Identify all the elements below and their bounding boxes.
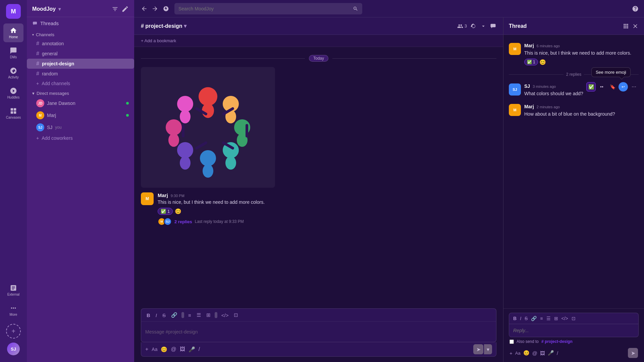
- headphones-icon[interactable]: [470, 23, 477, 29]
- send-button[interactable]: ➤: [473, 344, 483, 354]
- add-bookmark-button[interactable]: + Add a bookmark: [141, 38, 176, 43]
- thread-table-button[interactable]: ⊞: [553, 315, 559, 322]
- table-button[interactable]: ⊞: [205, 311, 212, 319]
- dm-section-header[interactable]: ▾ Direct messages: [27, 88, 134, 97]
- members-badge[interactable]: 3: [457, 23, 467, 29]
- help-icon[interactable]: [632, 5, 639, 12]
- chevron-down-icon[interactable]: [480, 23, 486, 29]
- bookmark-bar: + Add a bookmark: [134, 35, 503, 47]
- channel-name[interactable]: # project-design ▾: [141, 23, 186, 29]
- emoji-button[interactable]: 😊: [161, 346, 167, 353]
- replies-row[interactable]: M SJ 2 replies Last reply today at 9:33 …: [158, 218, 496, 226]
- add-reaction-button[interactable]: 😊: [175, 208, 181, 215]
- dm-sj[interactable]: SJ SJ you: [27, 121, 134, 133]
- channels-category[interactable]: ▾ Channels: [27, 29, 134, 39]
- dm-marj[interactable]: M Marj: [27, 109, 134, 121]
- expand-icon[interactable]: [623, 23, 629, 29]
- block-button[interactable]: ⊡: [232, 311, 239, 319]
- thread-bold-button[interactable]: B: [513, 315, 517, 322]
- close-thread-icon[interactable]: [632, 23, 639, 29]
- sidebar-item-canvases[interactable]: Canvases: [3, 104, 23, 123]
- strikethrough-button[interactable]: S: [161, 312, 167, 319]
- msg-time: 9:30 PM: [171, 194, 184, 198]
- back-button[interactable]: [140, 4, 149, 13]
- thread-link-button[interactable]: 🔗: [530, 315, 537, 322]
- mic-button[interactable]: 🎤: [189, 346, 195, 353]
- date-badge[interactable]: Today: [309, 55, 328, 62]
- thread-ol-button[interactable]: ≡: [539, 315, 543, 322]
- thread-mic-btn[interactable]: 🎤: [548, 350, 554, 356]
- thread-avatar-sj: SJ: [509, 83, 521, 96]
- composer-right-actions: ➤ ▾: [473, 344, 492, 354]
- divider: [181, 312, 184, 318]
- sidebar-header: MoodJoy ▾: [27, 0, 134, 17]
- history-button[interactable]: [161, 4, 170, 13]
- thread-slash-btn[interactable]: /: [557, 350, 558, 356]
- workspace-name[interactable]: MoodJoy ▾: [32, 6, 61, 12]
- thread-mention-btn[interactable]: @: [532, 350, 537, 356]
- overflow-btn[interactable]: ⋯: [629, 82, 639, 92]
- sidebar-item-home[interactable]: Home: [3, 23, 23, 42]
- sidebar-item-huddles[interactable]: Huddles: [3, 84, 23, 103]
- thread-add-btn[interactable]: +: [509, 350, 513, 356]
- font-button[interactable]: Aa: [152, 347, 157, 352]
- add-workspace-button[interactable]: +: [6, 324, 21, 339]
- more-reactions-btn[interactable]: ••: [597, 82, 606, 92]
- channel-annotation[interactable]: # annotation: [27, 39, 134, 49]
- channel-random[interactable]: # random: [27, 69, 134, 79]
- search-bar[interactable]: [174, 3, 362, 14]
- user-avatar-icon[interactable]: SJ: [7, 343, 20, 355]
- send-dropdown-button[interactable]: ▾: [484, 344, 492, 354]
- channel-project-design[interactable]: # project-design: [27, 59, 134, 69]
- also-send-checkbox[interactable]: [509, 340, 514, 344]
- threads-icon[interactable]: [490, 23, 496, 29]
- add-button[interactable]: +: [145, 346, 148, 352]
- mention-button[interactable]: @: [171, 346, 176, 352]
- divider2: [215, 312, 217, 318]
- sidebar-item-external[interactable]: External: [3, 281, 23, 300]
- thread-send-button[interactable]: ➤: [628, 348, 638, 358]
- composer-input[interactable]: [145, 326, 492, 338]
- thread-image-btn[interactable]: 🖼: [540, 350, 545, 356]
- filter-icon[interactable]: [111, 5, 119, 13]
- thread-emoji-btn[interactable]: 😊: [523, 350, 530, 356]
- checkmark-reaction-btn[interactable]: ✅: [586, 82, 596, 92]
- thread-avatar-marj2: M: [509, 104, 521, 116]
- slash-button[interactable]: /: [199, 346, 200, 352]
- search-input[interactable]: [178, 6, 353, 11]
- sidebar-item-dms[interactable]: DMs: [3, 44, 23, 62]
- reply-avatars: M SJ: [158, 218, 172, 226]
- icon-bar: M Home DMs Activity Huddles Canvases Ext…: [0, 0, 27, 362]
- sidebar-item-activity[interactable]: Activity: [3, 64, 23, 82]
- link-button[interactable]: 🔗: [170, 311, 179, 319]
- forward-msg-btn[interactable]: ↩ See more emoji: [619, 82, 628, 92]
- add-coworkers-button[interactable]: + Add coworkers: [27, 133, 134, 143]
- italic-button[interactable]: I: [154, 312, 158, 319]
- thread-strikethrough-button[interactable]: S: [524, 315, 528, 322]
- replies-time: Last reply today at 9:33 PM: [195, 219, 244, 224]
- thread-reply-input[interactable]: [513, 328, 634, 333]
- unordered-list-button[interactable]: ☰: [195, 311, 202, 319]
- bold-button[interactable]: B: [145, 312, 152, 319]
- threads-item[interactable]: Threads: [27, 17, 134, 29]
- add-channels-button[interactable]: + Add channels: [27, 79, 134, 88]
- image-button[interactable]: 🖼: [180, 346, 185, 352]
- thread-font-btn[interactable]: Aa: [515, 351, 521, 356]
- ordered-list-button[interactable]: ≡: [187, 312, 193, 319]
- thread-code-button[interactable]: </>: [561, 315, 569, 322]
- reaction-checkmark[interactable]: ✅ 1: [158, 208, 173, 215]
- thread-ul-button[interactable]: ☰: [546, 315, 551, 322]
- app-logo[interactable]: M: [6, 4, 21, 19]
- thread-block-button[interactable]: ⊡: [571, 315, 576, 322]
- code-button[interactable]: </>: [220, 312, 230, 319]
- channel-general[interactable]: # general: [27, 49, 134, 59]
- msg-text: This is nice, but I think we need to add…: [158, 199, 496, 206]
- thread-italic-button[interactable]: I: [519, 315, 522, 322]
- forward-button[interactable]: [150, 4, 160, 13]
- dm-jane-dawson[interactable]: JD Jane Dawson: [27, 97, 134, 109]
- thread-add-reaction[interactable]: 😊: [539, 59, 546, 65]
- sidebar-item-more[interactable]: More: [3, 301, 23, 320]
- thread-reaction-checkmark[interactable]: ✅ 1: [524, 59, 538, 65]
- compose-icon[interactable]: [121, 5, 129, 13]
- bookmark-msg-btn[interactable]: 🔖: [608, 82, 617, 92]
